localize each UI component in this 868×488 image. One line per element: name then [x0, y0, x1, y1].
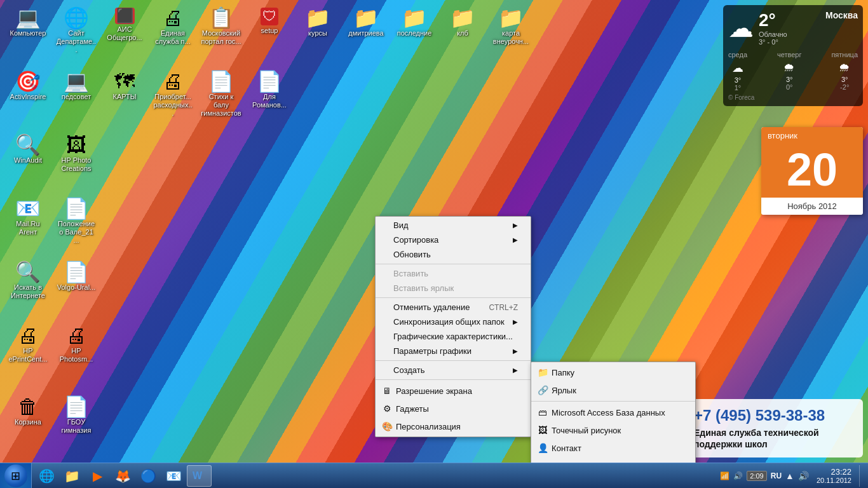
submenu-item-tochech[interactable]: 🖼 Точечный рисунок: [531, 421, 695, 439]
desktop-icon-korzina[interactable]: 🗑 Корзина: [5, 394, 51, 440]
clock[interactable]: 23:22 20.11.2012: [813, 467, 855, 484]
context-menu: Вид ▶ Сортировка ▶ Обновить Вставить Вст…: [375, 216, 531, 437]
desktop-icon-row-6: 🖨 HP ePrintCent... 🖨 HP Photosm...: [5, 323, 99, 369]
desktop-icon-stikhi[interactable]: 📄 Стихи к балу гимназистов: [198, 69, 244, 121]
desktop-icon-volgo[interactable]: 📄 Volgo-Ural...: [53, 259, 99, 305]
notification-arrow-icon[interactable]: ▲: [785, 471, 794, 481]
weather-provider: © Foreca: [728, 94, 858, 101]
menu-item-grafich-label: Графические характеристики...: [393, 332, 513, 341]
menu-separator-1: [376, 264, 531, 264]
firefox-icon: 🦊: [115, 468, 131, 484]
calendar-widget: вторник 20 Ноябрь 2012: [761, 127, 863, 215]
ad-banner: +7 (495) 539-38-38 Единая служба техниче…: [685, 399, 863, 458]
submenu-item-papku[interactable]: 📁 Папку: [531, 363, 695, 381]
taskbar-pin-chrome[interactable]: 🔵: [136, 465, 160, 487]
desktop-icon-karty[interactable]: 🗺 КАРТЫ: [102, 69, 147, 121]
friday-icon: 🌧: [839, 61, 850, 74]
menu-item-sozdat[interactable]: Создать ▶ 📁 Папку 🔗 Ярлык 🗃 Microsoft Ac…: [376, 363, 531, 377]
desktop-icon-computer[interactable]: 💻 Компьютер: [5, 5, 51, 57]
time-display: 23:22: [831, 467, 851, 477]
menu-item-param-grafiki-label: Параметры графики: [393, 346, 471, 356]
desktop-icon-site-dept[interactable]: 🌐 Сайт Департаме...: [53, 5, 99, 57]
desktop-icon-hp-photo[interactable]: 🖼 HP PhotoCreations: [53, 132, 99, 178]
ie-icon: 🌐: [39, 468, 55, 484]
desktop-icon-priobr[interactable]: 🖨 Приобрет... расходных...: [150, 69, 196, 121]
menu-item-sortirovka[interactable]: Сортировка ▶: [376, 233, 531, 247]
desktop-icon-activinspire[interactable]: 🎯 ActivInspire: [5, 69, 51, 121]
submenu-item-access[interactable]: 🗃 Microsoft Access База данных: [531, 403, 695, 421]
desktop-icon-row-3: 🔍 WinAudit 🖼 HP PhotoCreations: [5, 132, 99, 178]
menu-item-sozdat-label: Создать: [393, 365, 424, 375]
taskbar-pin-mailru[interactable]: 📧: [161, 465, 186, 487]
desktop-icon-portal[interactable]: 📋 Московский портал гос...: [198, 5, 244, 57]
desktop-icon-klib[interactable]: 📁 клб: [440, 5, 485, 57]
weather-day-thursday: четверг 🌧 3° 0°: [777, 51, 802, 92]
desktop-icon-dlya[interactable]: 📄 Для Романов...: [247, 69, 292, 121]
desktop-icon-hp-photosm[interactable]: 🖨 HP Photosm...: [53, 323, 99, 369]
taskbar-pin-explorer[interactable]: 📁: [60, 465, 84, 487]
menu-item-grafich[interactable]: Графические характеристики...: [376, 329, 531, 344]
desktop-icon-kursy[interactable]: 📁 курсы: [295, 5, 341, 57]
active-window-indicator: 2:09: [747, 471, 766, 481]
show-desktop-button[interactable]: [859, 465, 864, 487]
wednesday-icon: ☁: [732, 61, 743, 75]
weather-forecast: среда ☁ 3° 1° четверг 🌧 3° 0° пятница 🌧 …: [728, 51, 858, 92]
menu-item-sortirovka-label: Сортировка: [393, 235, 438, 245]
menu-item-razresh-label: Разрешение экрана: [396, 386, 472, 396]
desktop-icon-pedsovet[interactable]: 💻 педсовет: [53, 69, 99, 121]
desktop-icon-hp-eprint[interactable]: 🖨 HP ePrintCent...: [5, 323, 51, 369]
menu-item-personal-label: Персонализация: [396, 422, 461, 431]
menu-separator-3: [376, 360, 531, 361]
desktop-icon-dmitrieva[interactable]: 📁 дмитриева: [343, 5, 389, 57]
taskbar-pin-media[interactable]: ▶: [85, 465, 109, 487]
taskbar-active-word[interactable]: W: [187, 465, 212, 487]
menu-item-otmenit[interactable]: Отменить удаление CTRL+Z: [376, 300, 531, 315]
submenu-item-kontakt[interactable]: 👤 Контакт: [531, 439, 695, 457]
mailru-icon: 📧: [166, 468, 182, 484]
start-orb-icon: ⊞: [4, 464, 27, 487]
desktop-icon-gbou[interactable]: 📄 ГБОУ гимназия: [53, 394, 99, 440]
menu-item-gadzhety[interactable]: ⚙ Гаджеты: [376, 400, 531, 417]
weather-city: Москва: [825, 10, 858, 20]
taskbar-pin-firefox[interactable]: 🦊: [111, 465, 135, 487]
desktop-icon-row-7: 🗑 Корзина 📄 ГБОУ гимназия: [5, 394, 99, 440]
weather-condition: Облачно: [759, 30, 787, 38]
ad-phone-number: +7 (495) 539-38-38: [694, 407, 854, 424]
menu-item-sinhro-label: Синхронизация общих папок: [393, 317, 505, 327]
menu-item-param-grafiki[interactable]: Параметры графики ▶: [376, 344, 531, 358]
desktop-icon-setup[interactable]: 🛡 setup: [247, 5, 292, 57]
desktop-icon-ais[interactable]: ⬛ АИС Общегро...: [102, 5, 147, 57]
calendar-day: 20: [761, 144, 863, 198]
desktop-icon-polojenie[interactable]: 📄 Положение о Вале_21 ...: [53, 196, 99, 248]
menu-item-razresh[interactable]: 🖥 Разрешение экрана: [376, 382, 531, 400]
menu-item-vid-label: Вид: [393, 220, 409, 230]
language-indicator[interactable]: RU: [771, 471, 782, 480]
ad-text: Единая служба технической поддержки школ: [694, 427, 854, 450]
start-button[interactable]: ⊞: [0, 463, 32, 489]
weather-day-wednesday: среда ☁ 3° 1°: [728, 51, 747, 92]
taskbar-pin-ie[interactable]: 🌐: [34, 465, 58, 487]
menu-item-vid[interactable]: Вид ▶: [376, 218, 531, 233]
menu-item-obnovit[interactable]: Обновить: [376, 247, 531, 262]
desktop-icon-service[interactable]: 🖨 Единая служба п...: [150, 5, 196, 57]
media-icon: ▶: [93, 468, 102, 484]
desktop-icon-poslednie[interactable]: 📁 последние: [391, 5, 437, 57]
network-icon: 📶: [720, 471, 729, 480]
desktop-icon-winaudit[interactable]: 🔍 WinAudit: [5, 132, 51, 178]
menu-item-vstavit-yarlyk-label: Вставить ярлык: [393, 283, 454, 293]
menu-item-personal[interactable]: 🎨 Персонализация: [376, 417, 531, 435]
submenu-item-yarlyk[interactable]: 🔗 Ярлык: [531, 381, 695, 399]
desktop-icon-karta[interactable]: 📁 карта внеурочн...: [488, 5, 534, 57]
menu-item-vstavit: Вставить: [376, 266, 531, 281]
calendar-weekday: вторник: [761, 127, 863, 144]
desktop-icon-mailru[interactable]: 📧 Mail.Ru Агент: [5, 196, 51, 248]
desktop-icon-row-1: 💻 Компьютер 🌐 Сайт Департаме... ⬛ АИС Об…: [5, 5, 534, 57]
chrome-icon: 🔵: [140, 468, 156, 484]
date-display: 20.11.2012: [817, 477, 851, 484]
submenu-separator-1: [531, 401, 695, 402]
desktop-icon-row-4: 📧 Mail.Ru Агент 📄 Положение о Вале_21 ..…: [5, 196, 99, 248]
volume-icon[interactable]: 🔊: [798, 471, 809, 481]
taskbar: ⊞ 🌐 📁 ▶ 🦊 🔵 📧 W 📶 🔊 2:09: [0, 463, 868, 488]
menu-item-sinhro[interactable]: Синхронизация общих папок ▶: [376, 315, 531, 329]
desktop-icon-iskat[interactable]: 🔍 Искать в Интернете: [5, 259, 51, 305]
